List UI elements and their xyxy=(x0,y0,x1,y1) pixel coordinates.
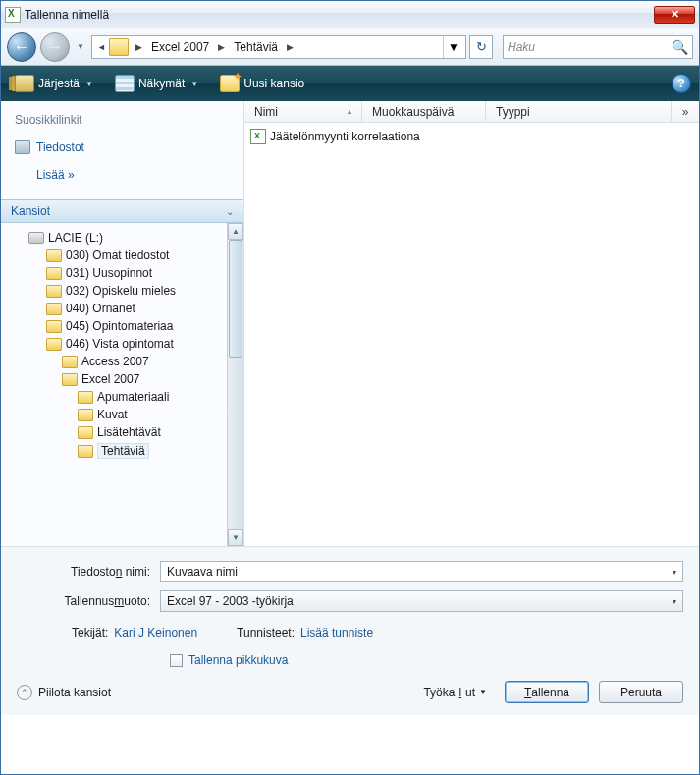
refresh-button[interactable]: ↻ xyxy=(469,35,493,59)
folder-icon xyxy=(62,373,78,386)
chevron-down-icon: ▼ xyxy=(190,80,198,88)
close-button[interactable]: ✕ xyxy=(654,6,695,24)
left-pane: Suosikkilinkit Tiedostot Lisää » Kansiot… xyxy=(1,101,244,546)
scroll-thumb[interactable] xyxy=(229,240,242,358)
folder-icon xyxy=(78,391,93,404)
thumbnail-row: Tallenna pikkukuva xyxy=(17,639,683,681)
chevron-left-icon[interactable]: ◄ xyxy=(94,42,109,52)
folder-icon xyxy=(46,338,62,351)
back-button[interactable]: ← xyxy=(7,32,36,62)
chevron-down-icon: ▼ xyxy=(85,80,93,88)
tree-folder[interactable]: 030) Omat tiedostot xyxy=(7,247,227,264)
file-pane: Nimi▴ Muokkauspäivä Tyyppi » Jäätelönmyy… xyxy=(244,101,699,546)
folder-icon xyxy=(62,356,78,368)
column-modified[interactable]: Muokkauspäivä xyxy=(362,101,486,122)
chevron-right-icon[interactable]: ▶ xyxy=(215,42,228,52)
tree-folder[interactable]: Excel 2007 xyxy=(7,370,227,388)
chevron-down-icon[interactable]: ▾ xyxy=(673,568,676,577)
blank-icon xyxy=(15,168,30,182)
tree-folder[interactable]: Apumateriaali xyxy=(7,388,227,406)
column-name[interactable]: Nimi▴ xyxy=(244,101,362,122)
filename-input[interactable]: Kuvaava nimi▾ xyxy=(160,561,683,582)
chevron-down-icon: ▼ xyxy=(479,688,487,696)
main-area: Suosikkilinkit Tiedostot Lisää » Kansiot… xyxy=(1,101,699,546)
drive-icon xyxy=(28,232,44,244)
tree-folder[interactable]: Access 2007 xyxy=(7,353,227,370)
tree-folder[interactable]: 040) Ornanet xyxy=(7,300,227,317)
file-name: Jäätelönmyynti korrelaationa xyxy=(270,130,420,143)
new-folder-icon xyxy=(220,75,240,92)
column-type[interactable]: Tyyppi xyxy=(486,101,672,122)
folder-icon xyxy=(46,285,62,298)
format-dropdown[interactable]: Excel 97 - 2003 -työkirja▾ xyxy=(160,590,683,612)
authors-field[interactable]: Tekijät: Kari J Keinonen xyxy=(72,626,197,639)
search-input[interactable]: Haku 🔍 xyxy=(503,35,693,59)
folder-icon xyxy=(109,38,129,56)
tools-dropdown[interactable]: Työkalut ▼ xyxy=(415,686,495,699)
file-list[interactable]: Jäätelönmyynti korrelaationa xyxy=(244,123,699,546)
command-toolbar: Järjestä ▼ Näkymät ▼ Uusi kansio ? xyxy=(1,66,699,101)
views-button[interactable]: Näkymät ▼ xyxy=(109,71,204,96)
favorite-links: Suosikkilinkit Tiedostot Lisää » xyxy=(1,101,243,199)
breadcrumb-segment[interactable]: Excel 2007 xyxy=(145,40,215,54)
favorites-header: Suosikkilinkit xyxy=(15,113,230,127)
folders-header[interactable]: Kansiot ⌄ xyxy=(1,199,243,223)
chevron-down-icon: ⌄ xyxy=(226,206,234,217)
breadcrumb-dropdown[interactable]: ▼ xyxy=(443,36,463,58)
tree-folder[interactable]: 045) Opintomateriaa xyxy=(7,317,227,335)
thumbnail-label[interactable]: Tallenna pikkukuva xyxy=(188,653,288,667)
cancel-button[interactable]: Peruuta xyxy=(599,681,683,703)
tree-folder[interactable]: Kuvat xyxy=(7,406,227,423)
tree-scrollbar[interactable]: ▲ ▼ xyxy=(227,223,243,546)
excel-file-icon xyxy=(250,129,266,144)
tree-folder-selected[interactable]: Tehtäviä xyxy=(7,441,227,461)
folder-icon xyxy=(78,426,93,439)
folder-icon xyxy=(78,409,93,421)
folder-tree[interactable]: LACIE (L:) 030) Omat tiedostot 031) Uuso… xyxy=(1,223,227,546)
history-dropdown[interactable]: ▼ xyxy=(74,32,87,62)
tree-folder[interactable]: Lisätehtävät xyxy=(7,423,227,441)
column-overflow[interactable]: » xyxy=(672,101,699,122)
search-placeholder: Haku xyxy=(508,40,535,54)
folder-icon xyxy=(46,320,62,333)
tree-drive[interactable]: LACIE (L:) xyxy=(7,229,227,247)
save-form: Tiedoston nimi: Kuvaava nimi▾ Tallennusm… xyxy=(1,546,699,715)
chevron-right-icon[interactable]: ▶ xyxy=(284,42,296,52)
tags-field[interactable]: Tunnisteet: Lisää tunniste xyxy=(237,626,373,639)
new-folder-button[interactable]: Uusi kansio xyxy=(214,71,310,96)
tree-folder[interactable]: 046) Vista opintomat xyxy=(7,335,227,353)
folder-icon xyxy=(46,303,62,315)
sort-asc-icon: ▴ xyxy=(348,107,351,116)
views-icon xyxy=(115,75,135,92)
save-button[interactable]: Tallenna xyxy=(505,681,589,703)
scroll-down-button[interactable]: ▼ xyxy=(228,529,243,546)
search-icon: 🔍 xyxy=(672,39,688,55)
folder-tree-container: LACIE (L:) 030) Omat tiedostot 031) Uuso… xyxy=(1,223,243,546)
file-row[interactable]: Jäätelönmyynti korrelaationa xyxy=(250,127,693,146)
title-bar: Tallenna nimellä ✕ xyxy=(1,1,699,28)
breadcrumb-segment[interactable]: Tehtäviä xyxy=(228,40,284,54)
navigation-bar: ← → ▼ ◄ ▶ Excel 2007 ▶ Tehtäviä ▶ ▼ ↻ Ha… xyxy=(1,28,699,66)
chevron-down-icon[interactable]: ▾ xyxy=(673,597,676,606)
organize-button[interactable]: Järjestä ▼ xyxy=(9,71,99,96)
tree-folder[interactable]: 031) Uusopinnot xyxy=(7,264,227,282)
thumbnail-checkbox[interactable] xyxy=(170,654,183,667)
chevron-up-icon: ⌃ xyxy=(17,685,32,700)
folder-icon xyxy=(46,249,62,262)
button-row: ⌃ Piilota kansiot Työkalut ▼ Tallenna Pe… xyxy=(17,681,683,703)
favorite-documents[interactable]: Tiedostot xyxy=(15,137,230,164)
format-row: Tallennusmuoto: Excel 97 - 2003 -työkirj… xyxy=(17,590,683,612)
forward-button[interactable]: → xyxy=(40,32,70,62)
favorite-more[interactable]: Lisää » xyxy=(15,164,230,192)
documents-icon xyxy=(15,140,30,154)
column-headers: Nimi▴ Muokkauspäivä Tyyppi » xyxy=(244,101,699,123)
scroll-track[interactable] xyxy=(228,240,243,529)
excel-appicon xyxy=(5,7,21,23)
address-breadcrumb[interactable]: ◄ ▶ Excel 2007 ▶ Tehtäviä ▶ ▼ xyxy=(91,35,466,59)
help-button[interactable]: ? xyxy=(672,74,691,93)
filename-label: Tiedoston nimi: xyxy=(17,565,160,579)
scroll-up-button[interactable]: ▲ xyxy=(228,223,243,240)
chevron-right-icon[interactable]: ▶ xyxy=(133,42,145,52)
hide-folders-button[interactable]: ⌃ Piilota kansiot xyxy=(17,685,111,700)
tree-folder[interactable]: 032) Opiskelu mieles xyxy=(7,282,227,300)
